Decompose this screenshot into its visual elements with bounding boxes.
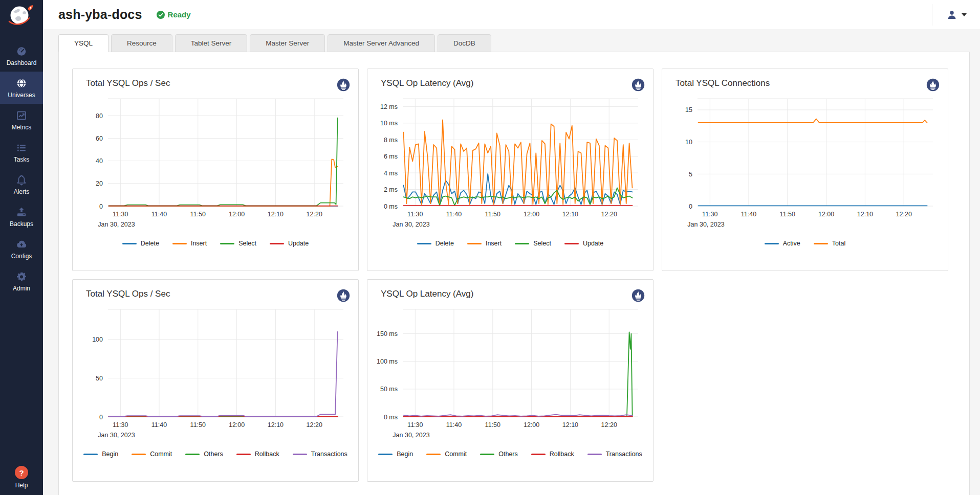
prometheus-icon[interactable] — [337, 78, 350, 92]
legend-swatch — [83, 454, 98, 455]
status-badge: Ready — [157, 10, 191, 19]
chart-card: YSQL Op Latency (Avg)0 ms2 ms4 ms6 ms8 m… — [367, 69, 654, 271]
chart-legend: DeleteInsertSelectUpdate — [367, 240, 653, 247]
legend-item: Commit — [426, 451, 467, 458]
svg-text:Jan 30, 2023: Jan 30, 2023 — [393, 221, 429, 228]
chart-card-header: Total YSQL Connections — [662, 69, 948, 92]
tab-tablet-server[interactable]: Tablet Server — [175, 34, 248, 52]
legend-label: Update — [288, 240, 309, 247]
prometheus-icon[interactable] — [926, 78, 940, 92]
legend-swatch — [480, 454, 494, 455]
svg-text:100 ms: 100 ms — [377, 358, 398, 365]
dashboard-icon — [15, 45, 28, 57]
tab-master-server[interactable]: Master Server — [250, 34, 325, 52]
tab-bar: YSQLResourceTablet ServerMaster ServerMa… — [58, 34, 980, 52]
help-icon: ? — [15, 466, 28, 479]
tab-ysql[interactable]: YSQL — [58, 34, 108, 52]
yugabyte-logo[interactable] — [6, 4, 37, 29]
tasks-icon — [15, 142, 28, 154]
svg-text:11:50: 11:50 — [485, 211, 500, 218]
svg-text:100: 100 — [92, 336, 103, 343]
svg-text:10 ms: 10 ms — [380, 120, 398, 127]
sidebar-item-backups[interactable]: Backups — [0, 200, 43, 233]
yugabyte-logo-icon — [6, 4, 37, 27]
tab-resource[interactable]: Resource — [111, 34, 172, 52]
user-menu[interactable] — [932, 4, 980, 26]
svg-text:5: 5 — [689, 171, 692, 178]
sidebar-item-universes[interactable]: Universes — [0, 72, 43, 104]
legend-item: Rollback — [531, 451, 574, 458]
sidebar-item-label: Backups — [10, 220, 33, 228]
legend-swatch — [426, 454, 441, 455]
sidebar-item-admin[interactable]: Admin — [0, 265, 43, 297]
legend-swatch — [378, 454, 393, 455]
tab-label: Resource — [127, 39, 157, 47]
sidebar-item-label: Configs — [11, 253, 32, 260]
svg-text:11:40: 11:40 — [446, 421, 462, 429]
svg-text:4 ms: 4 ms — [384, 170, 398, 177]
svg-text:11:40: 11:40 — [446, 211, 462, 218]
svg-text:11:30: 11:30 — [702, 211, 717, 218]
svg-text:12:10: 12:10 — [562, 421, 578, 429]
universes-icon — [15, 77, 28, 89]
legend-item: Commit — [132, 451, 172, 458]
svg-text:12:10: 12:10 — [268, 421, 284, 429]
sidebar-item-tasks[interactable]: Tasks — [0, 136, 43, 168]
legend-item: Begin — [378, 451, 413, 458]
svg-text:11:50: 11:50 — [780, 211, 795, 218]
sidebar-nav: DashboardUniversesMetricsTasksAlertsBack… — [0, 39, 43, 297]
prometheus-icon[interactable] — [631, 78, 645, 92]
legend-item: Update — [564, 240, 603, 247]
legend-label: Insert — [191, 240, 207, 247]
legend-label: Update — [583, 240, 603, 247]
svg-text:11:40: 11:40 — [741, 211, 756, 218]
sidebar-item-metrics[interactable]: Metrics — [0, 104, 43, 136]
header: ash-yba-docs Ready — [43, 0, 980, 29]
svg-text:11:50: 11:50 — [190, 421, 206, 429]
legend-swatch — [531, 454, 546, 455]
legend-swatch — [587, 454, 602, 455]
prometheus-icon[interactable] — [337, 289, 350, 302]
prometheus-icon[interactable] — [631, 289, 645, 302]
legend-item: Insert — [467, 240, 502, 247]
sidebar-item-help[interactable]: ? Help — [15, 466, 28, 489]
tab-label: Master Server Advanced — [343, 39, 419, 47]
sidebar-item-label: Dashboard — [7, 59, 37, 66]
legend-swatch — [220, 243, 234, 244]
svg-text:12:20: 12:20 — [307, 421, 322, 429]
sidebar-item-configs[interactable]: Configs — [0, 233, 43, 265]
legend-label: Active — [783, 240, 800, 247]
svg-text:11:30: 11:30 — [407, 421, 423, 429]
svg-text:Jan 30, 2023: Jan 30, 2023 — [393, 432, 429, 439]
svg-text:50 ms: 50 ms — [380, 386, 398, 393]
svg-text:20: 20 — [96, 180, 103, 187]
charts-grid: Total YSQL Ops / Sec02040608011:3011:401… — [59, 52, 969, 495]
svg-text:12:00: 12:00 — [818, 211, 834, 218]
legend-item: Insert — [172, 240, 207, 247]
svg-text:12:20: 12:20 — [896, 211, 912, 218]
svg-text:11:50: 11:50 — [190, 211, 206, 218]
legend-swatch — [765, 243, 779, 244]
sidebar-item-label: Metrics — [12, 124, 32, 131]
svg-text:12 ms: 12 ms — [380, 103, 398, 110]
help-label: Help — [15, 482, 28, 489]
sidebar-item-label: Admin — [13, 285, 30, 292]
sidebar-item-dashboard[interactable]: Dashboard — [0, 39, 43, 72]
svg-text:11:30: 11:30 — [113, 211, 128, 218]
legend-label: Begin — [397, 451, 413, 458]
legend-item: Rollback — [236, 451, 279, 458]
tab-master-server-advanced[interactable]: Master Server Advanced — [328, 34, 435, 52]
svg-text:0: 0 — [689, 203, 692, 210]
chart-legend: DeleteInsertSelectUpdate — [73, 240, 358, 247]
chart-legend: ActiveTotal — [662, 240, 948, 247]
legend-label: Commit — [445, 451, 467, 458]
svg-text:12:00: 12:00 — [229, 211, 245, 218]
tab-docdb[interactable]: DocDB — [438, 34, 491, 52]
legend-label: Delete — [141, 240, 159, 247]
legend-swatch — [236, 454, 251, 455]
metrics-icon — [15, 109, 28, 122]
legend-swatch — [122, 243, 137, 244]
sidebar-item-label: Universes — [8, 92, 35, 99]
metrics-panel: Total YSQL Ops / Sec02040608011:3011:401… — [58, 52, 970, 495]
sidebar-item-alerts[interactable]: Alerts — [0, 168, 43, 200]
